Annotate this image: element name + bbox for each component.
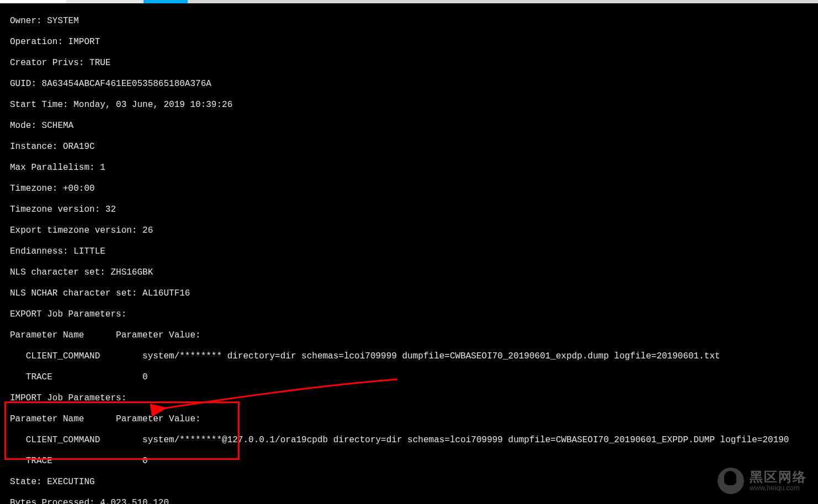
output-line: Timezone: +00:00 bbox=[10, 184, 808, 194]
output-line: Export timezone version: 26 bbox=[10, 226, 808, 236]
output-line: Parameter Name Parameter Value: bbox=[10, 330, 808, 341]
output-line: NLS character set: ZHS16GBK bbox=[10, 267, 808, 278]
output-line: Owner: SYSTEM bbox=[10, 16, 808, 26]
output-line: Start Time: Monday, 03 June, 2019 10:39:… bbox=[10, 100, 808, 110]
output-line: CLIENT_COMMAND system/******** directory… bbox=[10, 351, 808, 362]
output-line: Creator Privs: TRUE bbox=[10, 58, 808, 68]
output-line: Max Parallelism: 1 bbox=[10, 163, 808, 173]
watermark: 黑区网络 www.heiqu.com bbox=[718, 468, 807, 494]
output-line: State: EXECUTING bbox=[10, 477, 808, 487]
output-line: Endianness: LITTLE bbox=[10, 246, 808, 257]
output-line: TRACE 0 bbox=[10, 456, 808, 467]
output-line: GUID: 8A63454ABCAF461EE0535865180A376A bbox=[10, 79, 808, 89]
output-line: Mode: SCHEMA bbox=[10, 121, 808, 131]
watermark-title: 黑区网络 bbox=[750, 470, 807, 484]
output-line: EXPORT Job Parameters: bbox=[10, 309, 808, 320]
watermark-url: www.heiqu.com bbox=[750, 484, 807, 492]
output-line: Instance: ORA19C bbox=[10, 142, 808, 152]
output-line: NLS NCHAR character set: AL16UTF16 bbox=[10, 288, 808, 299]
output-line: Timezone version: 32 bbox=[10, 205, 808, 215]
output-line: Bytes Processed: 4,023,510,120 bbox=[10, 498, 808, 504]
output-line: Operation: IMPORT bbox=[10, 37, 808, 47]
watermark-logo-icon bbox=[718, 468, 744, 494]
output-line: CLIENT_COMMAND system/********@127.0.0.1… bbox=[10, 435, 808, 446]
terminal-output: Owner: SYSTEM Operation: IMPORT Creator … bbox=[0, 3, 818, 504]
output-line: TRACE 0 bbox=[10, 372, 808, 383]
output-line: IMPORT Job Parameters: bbox=[10, 393, 808, 404]
output-line: Parameter Name Parameter Value: bbox=[10, 414, 808, 425]
